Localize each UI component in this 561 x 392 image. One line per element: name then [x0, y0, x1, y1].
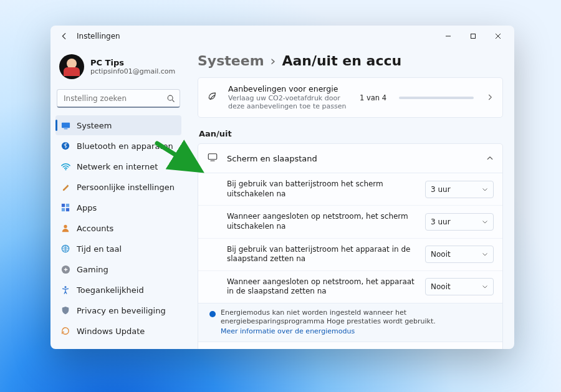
- globe-icon: [60, 244, 70, 254]
- chevron-up-icon: [486, 153, 494, 165]
- page-title: Aan/uit en accu: [282, 53, 401, 69]
- nav-label: Gaming: [77, 265, 108, 274]
- setting-row: Wanneer aangesloten op netstroom, het ap…: [198, 270, 502, 303]
- nav-item-network[interactable]: Netwerk en internet: [55, 156, 181, 176]
- nav-item-accounts[interactable]: Accounts: [55, 218, 181, 238]
- accessibility-icon: [60, 285, 70, 295]
- screen-sleep-content: Bij gebruik van batterijstroom het scher…: [198, 173, 502, 349]
- maximize-button[interactable]: [461, 27, 486, 45]
- info-link[interactable]: Meer informatie over de energiemodus: [221, 327, 494, 336]
- apps-icon: [60, 203, 70, 213]
- reco-count: 1 van 4: [360, 93, 386, 102]
- wifi-icon: [60, 161, 70, 171]
- nav-label: Netwerk en internet: [77, 162, 158, 171]
- avatar: [59, 54, 84, 79]
- person-icon: [60, 223, 70, 233]
- nav-item-personalization[interactable]: Persoonlijke instellingen: [55, 177, 181, 197]
- setting-row: Bij gebruik van batterijstroom het scher…: [198, 173, 502, 205]
- nav-label: Persoonlijke instellingen: [77, 183, 175, 192]
- screen-sleep-label: Scherm en slaapstand: [227, 154, 479, 163]
- nav-item-time[interactable]: Tijd en taal: [55, 239, 181, 259]
- monitor-icon: [207, 151, 219, 165]
- nav-item-windowsupdate[interactable]: Windows Update: [55, 321, 181, 341]
- breadcrumb-sep: ›: [271, 53, 276, 69]
- select-plugged-screen-off[interactable]: 3 uur: [425, 213, 494, 231]
- profile-email: pctipsinfo01@gmail.com: [90, 67, 175, 75]
- nav-label: Bluetooth en apparaten: [77, 141, 173, 151]
- svg-rect-0: [471, 34, 476, 39]
- nav-item-system[interactable]: Systeem: [55, 115, 181, 135]
- settings-window: Instellingen PC Tips pctipsinfo01@gmail.…: [50, 26, 514, 349]
- setting-label: Wanneer aangesloten op netstroom, het sc…: [227, 212, 415, 231]
- nav-label: Privacy en beveiliging: [77, 306, 166, 315]
- nav-item-gaming[interactable]: Gaming: [55, 259, 181, 279]
- svg-point-1: [168, 95, 173, 100]
- screen-sleep-card: Scherm en slaapstand Bij gebruik van bat…: [198, 143, 503, 349]
- main-panel: Systeem › Aan/uit en accu Aanbevelingen …: [186, 47, 514, 349]
- breadcrumb: Systeem › Aan/uit en accu: [198, 53, 503, 69]
- system-icon: [60, 120, 70, 130]
- update-icon: [60, 326, 70, 336]
- chevron-down-icon: [482, 251, 488, 257]
- energy-mode-title: Energiemodus: [227, 348, 454, 349]
- select-battery-screen-off[interactable]: 3 uur: [425, 181, 494, 198]
- nav: Systeem Bluetooth en apparaten Netwerk e…: [55, 115, 181, 341]
- search-icon: [166, 93, 175, 105]
- reco-desc: Verlaag uw CO2-voetafdruk door deze aanb…: [228, 94, 352, 112]
- breadcrumb-parent[interactable]: Systeem: [198, 53, 264, 69]
- chevron-down-icon: [482, 219, 488, 225]
- energy-recommendations-card[interactable]: Aanbevelingen voor energie Verlaag uw CO…: [198, 77, 503, 118]
- nav-item-accessibility[interactable]: Toegankelijkheid: [55, 280, 181, 300]
- gaming-icon: [60, 264, 70, 274]
- search-box: [57, 89, 180, 108]
- svg-rect-3: [64, 128, 67, 129]
- svg-rect-7: [66, 204, 69, 207]
- select-battery-sleep[interactable]: Nooit: [425, 246, 494, 263]
- svg-rect-14: [208, 154, 217, 160]
- chevron-down-icon: [482, 186, 488, 193]
- search-input[interactable]: [57, 89, 180, 108]
- svg-rect-8: [62, 208, 65, 211]
- profile-name: PC Tips: [90, 58, 175, 68]
- maximize-icon: [470, 33, 476, 39]
- screen-sleep-header[interactable]: Scherm en slaapstand: [198, 144, 502, 173]
- back-button[interactable]: [57, 29, 72, 44]
- nav-label: Tijd en taal: [77, 244, 122, 254]
- svg-point-10: [64, 225, 67, 228]
- section-header-power: Aan/uit: [199, 129, 503, 138]
- brush-icon: [60, 182, 70, 192]
- close-icon: [495, 33, 501, 39]
- svg-rect-6: [62, 204, 65, 207]
- nav-item-apps[interactable]: Apps: [55, 198, 181, 218]
- select-value: Nooit: [431, 282, 451, 291]
- nav-label: Apps: [77, 203, 97, 213]
- nav-item-bluetooth[interactable]: Bluetooth en apparaten: [55, 136, 181, 156]
- select-plugged-sleep[interactable]: Nooit: [425, 278, 494, 295]
- setting-label: Bij gebruik van batterijstroom het scher…: [227, 179, 415, 199]
- close-button[interactable]: [486, 27, 511, 45]
- nav-label: Accounts: [77, 224, 113, 233]
- minimize-button[interactable]: [436, 27, 461, 45]
- profile-block[interactable]: PC Tips pctipsinfo01@gmail.com: [55, 49, 181, 85]
- titlebar: Instellingen: [50, 26, 514, 47]
- svg-rect-2: [61, 122, 69, 127]
- back-icon: [60, 32, 69, 41]
- bluetooth-icon: [60, 141, 70, 151]
- reco-progress: [399, 97, 474, 99]
- svg-rect-9: [66, 208, 69, 211]
- info-text: Energiemodus kan niet worden ingesteld w…: [221, 308, 436, 325]
- select-value: 3 uur: [431, 185, 451, 194]
- nav-item-privacy[interactable]: Privacy en beveiliging: [55, 300, 181, 320]
- setting-label: Bij gebruik van batterijstroom het appar…: [227, 245, 415, 264]
- info-icon: [209, 311, 216, 317]
- energy-mode-row[interactable]: Energiemodus Apparaat optimaliseren op b…: [198, 342, 502, 349]
- minimize-icon: [445, 33, 451, 39]
- nav-label: Toegankelijkheid: [77, 285, 144, 295]
- nav-label: Windows Update: [77, 327, 145, 336]
- setting-row: Wanneer aangesloten op netstroom, het sc…: [198, 205, 502, 237]
- nav-label: Systeem: [77, 121, 112, 130]
- select-value: Nooit: [431, 250, 451, 259]
- shield-icon: [60, 305, 70, 315]
- setting-label: Wanneer aangesloten op netstroom, het ap…: [227, 277, 415, 297]
- leaf-icon: [207, 90, 221, 105]
